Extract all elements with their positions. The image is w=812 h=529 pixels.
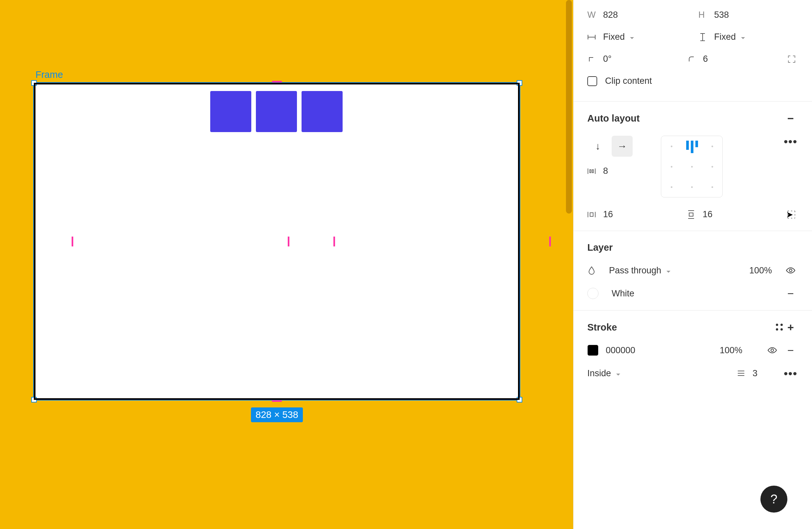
padding-row: 16 16 bbox=[574, 203, 812, 225]
padding-v-icon bbox=[687, 210, 695, 219]
layer-title: Layer bbox=[587, 242, 613, 253]
guide bbox=[549, 237, 551, 246]
stroke-header: Stroke + bbox=[574, 316, 812, 339]
visibility-toggle[interactable] bbox=[785, 265, 796, 276]
remove-stroke-button[interactable]: − bbox=[785, 345, 796, 356]
child-box[interactable] bbox=[256, 91, 297, 132]
rotate-icon bbox=[587, 55, 596, 63]
detach-style-button[interactable]: − bbox=[785, 288, 796, 299]
stroke-weight-row: Inside 3 ••• bbox=[574, 362, 812, 385]
layer-header: Layer bbox=[574, 236, 812, 259]
svg-rect-1 bbox=[689, 213, 693, 216]
direction-buttons: ↓ → bbox=[587, 136, 633, 157]
stroke-more-button[interactable]: ••• bbox=[785, 368, 796, 379]
properties-panel: W 828 H 538 Fixed Fixed 0° 6 Clip conten bbox=[573, 0, 812, 529]
size-row: W 828 H 538 bbox=[574, 4, 812, 26]
corner-radius-input[interactable]: 6 bbox=[703, 54, 708, 64]
guide bbox=[72, 237, 73, 246]
gap-input[interactable]: 8 bbox=[603, 166, 608, 176]
help-button[interactable]: ? bbox=[760, 486, 787, 513]
resize-handle-bl[interactable] bbox=[31, 397, 37, 402]
padding-h-icon bbox=[587, 210, 596, 219]
stroke-weight-input[interactable]: 3 bbox=[753, 368, 757, 378]
padding-h-input[interactable]: 16 bbox=[603, 209, 613, 219]
autolayout-header: Auto layout − bbox=[574, 107, 812, 130]
guide bbox=[288, 237, 289, 246]
remove-autolayout-button[interactable]: − bbox=[785, 113, 796, 124]
blend-row: Pass through 100% bbox=[574, 259, 812, 282]
frame-label[interactable]: Frame bbox=[35, 69, 63, 80]
rotation-input[interactable]: 0° bbox=[603, 54, 612, 64]
resize-handle-tl[interactable] bbox=[31, 80, 37, 86]
stroke-weight-icon bbox=[737, 369, 745, 377]
direction-vertical-button[interactable]: ↓ bbox=[587, 136, 608, 157]
gap-icon bbox=[587, 167, 596, 175]
direction-horizontal-button[interactable]: → bbox=[612, 136, 633, 157]
stroke-styles-button[interactable] bbox=[774, 322, 785, 333]
resize-row: Fixed Fixed bbox=[574, 26, 812, 48]
padding-indicator-top bbox=[272, 81, 282, 83]
add-stroke-button[interactable]: + bbox=[785, 322, 796, 333]
hresize-select[interactable]: Fixed bbox=[603, 32, 634, 42]
clip-content-label: Clip content bbox=[605, 76, 652, 86]
vresize-select[interactable]: Fixed bbox=[714, 32, 745, 42]
cursor-icon: ➤ bbox=[786, 210, 793, 220]
vresize-icon bbox=[698, 33, 707, 41]
stroke-position-select[interactable]: Inside bbox=[587, 368, 620, 378]
height-input[interactable]: 538 bbox=[714, 10, 729, 20]
blend-select[interactable]: Pass through bbox=[609, 266, 670, 276]
fill-name: White bbox=[612, 288, 634, 299]
dimension-badge: 828 × 538 bbox=[251, 408, 303, 422]
autolayout-more-button[interactable]: ••• bbox=[785, 136, 796, 147]
scrollbar-vertical[interactable] bbox=[566, 0, 572, 214]
child-box[interactable] bbox=[210, 91, 251, 132]
width-input[interactable]: 828 bbox=[603, 10, 618, 20]
height-label: H bbox=[698, 10, 707, 20]
guide bbox=[333, 237, 335, 246]
stroke-opacity-input[interactable]: 100% bbox=[720, 345, 742, 356]
corner-radius-icon bbox=[687, 55, 696, 63]
stroke-title: Stroke bbox=[587, 322, 617, 333]
stroke-visibility-toggle[interactable] bbox=[767, 345, 778, 356]
width-label: W bbox=[587, 10, 596, 20]
child-boxes bbox=[210, 91, 343, 132]
clip-content-checkbox[interactable] bbox=[587, 76, 597, 86]
alignment-indicator bbox=[686, 141, 698, 153]
child-box[interactable] bbox=[302, 91, 343, 132]
independent-corners-button[interactable] bbox=[787, 55, 796, 64]
svg-point-2 bbox=[789, 269, 792, 272]
rotate-row: 0° 6 bbox=[574, 48, 812, 70]
stroke-color-input[interactable]: 000000 bbox=[606, 345, 635, 356]
fill-swatch[interactable] bbox=[587, 288, 598, 299]
svg-point-3 bbox=[771, 349, 773, 352]
hresize-icon bbox=[587, 33, 596, 41]
fill-row[interactable]: White − bbox=[574, 282, 812, 305]
padding-v-input[interactable]: 16 bbox=[702, 209, 712, 219]
canvas[interactable]: Frame 828 × 538 bbox=[0, 0, 573, 529]
alignment-grid[interactable] bbox=[661, 136, 723, 198]
svg-rect-0 bbox=[590, 213, 593, 216]
resize-handle-tr[interactable] bbox=[517, 80, 522, 86]
stroke-color-row: 000000 100% − bbox=[574, 339, 812, 362]
stroke-swatch[interactable] bbox=[587, 345, 598, 356]
blend-icon bbox=[587, 266, 596, 275]
padding-indicator-bottom bbox=[272, 400, 282, 402]
autolayout-title: Auto layout bbox=[587, 113, 640, 124]
resize-handle-br[interactable] bbox=[517, 397, 522, 402]
opacity-input[interactable]: 100% bbox=[749, 266, 772, 276]
clip-content-row[interactable]: Clip content bbox=[574, 70, 812, 96]
